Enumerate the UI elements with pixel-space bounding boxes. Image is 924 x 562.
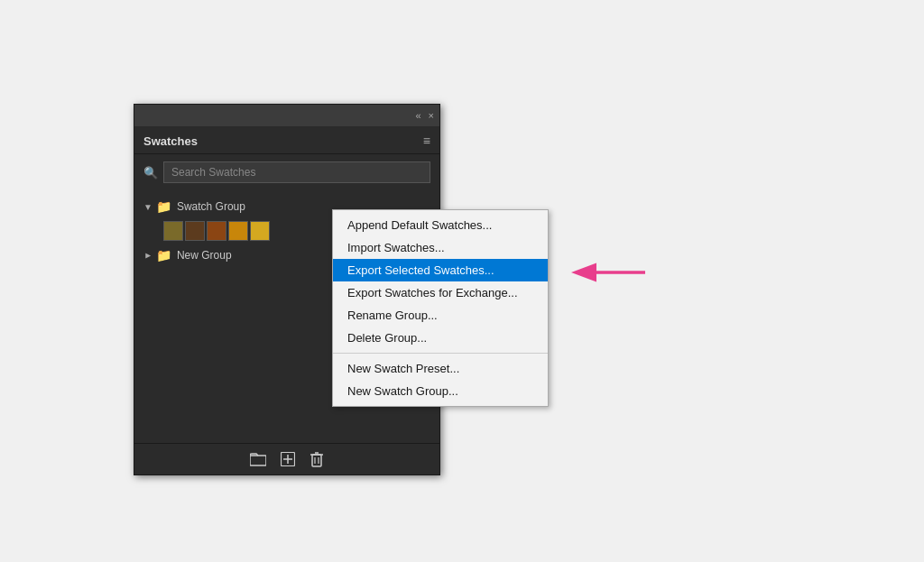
panel-footer bbox=[134, 443, 439, 474]
context-delete-group[interactable]: Delete Group... bbox=[333, 327, 548, 349]
collapse-icon[interactable]: « bbox=[415, 110, 420, 121]
new-group-folder-icon: 📁 bbox=[156, 248, 171, 263]
add-swatch-button[interactable] bbox=[281, 452, 295, 466]
new-group-label: New Group bbox=[177, 249, 232, 262]
swatch-5[interactable] bbox=[250, 221, 270, 241]
context-import-swatches[interactable]: Import Swatches... bbox=[333, 236, 548, 259]
swatch-4[interactable] bbox=[228, 221, 248, 241]
expand-chevron: ▼ bbox=[143, 202, 152, 212]
close-icon[interactable]: × bbox=[429, 110, 434, 121]
folder-icon: 📁 bbox=[156, 199, 171, 214]
context-rename-group[interactable]: Rename Group... bbox=[333, 304, 548, 327]
svg-rect-5 bbox=[312, 455, 321, 466]
swatch-group-label: Swatch Group bbox=[177, 200, 245, 213]
new-group-chevron: ▼ bbox=[143, 251, 152, 260]
panel-titlebar: « × bbox=[134, 105, 439, 126]
search-bar: 🔍 bbox=[134, 154, 439, 190]
add-icon bbox=[281, 452, 295, 466]
new-folder-button[interactable] bbox=[250, 452, 266, 466]
swatch-1[interactable] bbox=[163, 221, 183, 241]
context-append-default[interactable]: Append Default Swatches... bbox=[333, 214, 548, 236]
context-new-swatch-preset[interactable]: New Swatch Preset... bbox=[333, 357, 548, 380]
search-icon: 🔍 bbox=[143, 166, 158, 180]
arrow-svg bbox=[568, 254, 650, 290]
context-export-exchange[interactable]: Export Swatches for Exchange... bbox=[333, 281, 548, 304]
delete-icon bbox=[310, 451, 324, 467]
swatch-3[interactable] bbox=[207, 221, 226, 241]
context-export-selected[interactable]: Export Selected Swatches... bbox=[333, 259, 548, 281]
context-menu-divider bbox=[333, 353, 548, 354]
search-input[interactable] bbox=[163, 161, 430, 183]
new-folder-icon bbox=[250, 452, 266, 466]
panel-title: Swatches bbox=[143, 134, 198, 148]
panel-header: Swatches ≡ bbox=[134, 126, 439, 154]
context-menu: Append Default Swatches... Import Swatch… bbox=[332, 209, 549, 407]
svg-rect-0 bbox=[250, 456, 266, 465]
swatch-2[interactable] bbox=[185, 221, 205, 241]
context-new-swatch-group[interactable]: New Swatch Group... bbox=[333, 380, 548, 402]
delete-swatch-button[interactable] bbox=[310, 451, 324, 467]
menu-icon[interactable]: ≡ bbox=[423, 134, 430, 148]
arrow-pointer bbox=[568, 254, 650, 290]
